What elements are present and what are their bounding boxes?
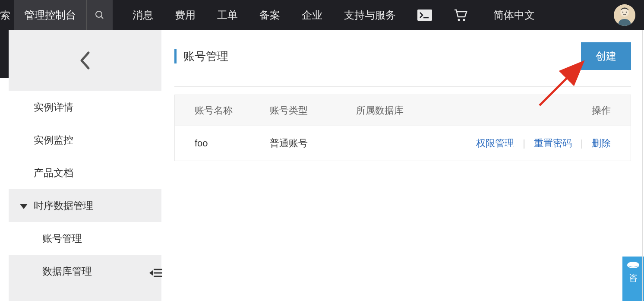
content-header: 账号管理 创建 [174,42,631,87]
sidebar-item-label: 实例监控 [34,133,73,147]
sidebar-item-instance-detail[interactable]: 实例详情 [9,91,161,124]
collapse-icon [149,268,162,278]
svg-marker-17 [149,270,153,276]
col-header-db: 所属数据库 [356,104,468,117]
svg-point-4 [458,19,460,21]
sidebar-item-label: 时序数据管理 [34,199,93,212]
search-label-fragment: 索 [0,8,14,22]
accounts-table: 账号名称 账号类型 所属数据库 操作 foo 普通账号 权限管理 | 重置密码 … [174,95,631,161]
op-delete[interactable]: 删除 [592,138,611,149]
svg-point-19 [628,262,639,267]
cloudshell-button[interactable] [417,10,432,21]
table-header: 账号名称 账号类型 所属数据库 操作 [175,95,631,126]
op-reset-password[interactable]: 重置密码 [534,138,572,149]
svg-point-5 [463,19,465,21]
feedback-tab[interactable]: 咨 [622,257,644,301]
left-column [0,30,9,301]
svg-point-10 [626,12,627,13]
nav-tickets[interactable]: 工单 [217,8,238,22]
create-button[interactable]: 创建 [581,42,631,70]
right-divider [642,30,643,301]
sidebar: 实例详情 实例监控 产品文档 时序数据管理 账号管理 数据库管理 [9,30,161,301]
sidebar-item-account-mgmt[interactable]: 账号管理 [9,222,161,255]
sidebar-item-database-mgmt[interactable]: 数据库管理 [9,255,161,288]
avatar[interactable] [614,4,635,26]
search-icon [95,10,105,20]
sidebar-collapse-handle[interactable] [149,268,162,281]
terminal-icon [417,10,432,21]
caret-down-icon [20,200,28,212]
svg-point-9 [622,12,624,13]
content: 账号管理 创建 账号名称 账号类型 所属数据库 操作 foo 普通账号 权限管理… [161,30,644,301]
svg-rect-2 [417,10,432,21]
main: 实例详情 实例监控 产品文档 时序数据管理 账号管理 数据库管理 账号管理 创建 [0,30,644,301]
cart-button[interactable] [454,9,467,21]
sidebar-item-label: 实例详情 [34,101,73,114]
nav-billing[interactable]: 费用 [175,8,196,22]
ops-separator: | [581,138,583,149]
console-label-text: 管理控制台 [24,8,76,22]
feedback-icon [627,261,639,269]
language-selector[interactable]: 简体中文 [493,8,535,22]
sidebar-item-label: 产品文档 [34,166,73,180]
top-nav: 消息 费用 工单 备案 企业 支持与服务 简体中文 [133,8,614,22]
cell-ops: 权限管理 | 重置密码 | 删除 [468,137,631,150]
sidebar-item-product-docs[interactable]: 产品文档 [9,156,161,189]
search-button[interactable] [87,0,113,30]
chevron-left-icon [79,51,91,70]
cart-icon [454,9,467,21]
page-title: 账号管理 [183,49,228,64]
left-gutter [0,30,9,78]
svg-point-0 [96,11,102,17]
col-header-ops: 操作 [468,104,631,117]
nav-enterprise[interactable]: 企业 [302,8,322,22]
op-permissions[interactable]: 权限管理 [476,138,514,149]
title-accent-bar [174,49,177,63]
nav-support[interactable]: 支持与服务 [344,8,396,22]
sidebar-item-label: 数据库管理 [42,265,92,278]
ops-separator: | [523,138,525,149]
back-button[interactable] [9,30,161,91]
nav-messages[interactable]: 消息 [133,8,153,22]
sidebar-item-label: 账号管理 [42,232,82,245]
cell-type: 普通账号 [270,137,356,150]
cell-name: foo [175,138,270,149]
col-header-type: 账号类型 [270,104,356,117]
sidebar-group-tsdata[interactable]: 时序数据管理 [9,189,161,222]
table-row: foo 普通账号 权限管理 | 重置密码 | 删除 [175,126,631,161]
svg-marker-11 [20,204,28,209]
avatar-icon [614,4,635,26]
svg-line-1 [101,16,103,19]
console-label[interactable]: 管理控制台 [14,0,87,30]
topbar: 索 管理控制台 消息 费用 工单 备案 企业 支持与服务 简体中文 [0,0,644,30]
feedback-label: 咨 [629,272,638,284]
sidebar-item-instance-monitor[interactable]: 实例监控 [9,124,161,156]
page-title-wrap: 账号管理 [174,49,228,64]
col-header-name: 账号名称 [175,104,270,117]
nav-beian[interactable]: 备案 [259,8,280,22]
